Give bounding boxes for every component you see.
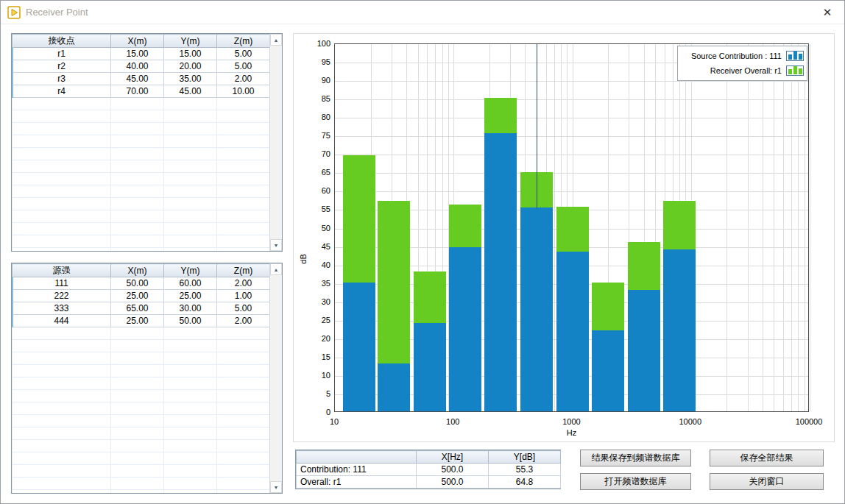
bar-contribution-2000[interactable] xyxy=(592,330,624,411)
gridline xyxy=(554,44,555,411)
plot-legend[interactable]: Source Contribution : 111Receiver Overal… xyxy=(677,46,807,81)
empty-cell xyxy=(13,98,111,110)
empty-cell xyxy=(217,352,270,365)
empty-cell xyxy=(13,465,111,478)
empty-cell xyxy=(13,248,111,252)
table-cell[interactable]: r4 xyxy=(13,85,111,98)
y-tick-label: 15 xyxy=(305,352,330,361)
table-cell[interactable]: 15.00 xyxy=(111,48,164,60)
source-table-scrollbar[interactable]: ▲ ▼ xyxy=(269,263,282,493)
y-tick-label: 70 xyxy=(305,149,330,158)
receiver-table-scrollbar[interactable]: ▲ ▼ xyxy=(269,34,282,251)
empty-cell xyxy=(111,148,164,160)
bar-contribution-500[interactable] xyxy=(520,207,553,411)
table-cell[interactable]: 5.00 xyxy=(217,302,270,315)
close-icon[interactable]: ✕ xyxy=(821,6,834,19)
table-cell[interactable]: 333 xyxy=(13,302,111,315)
empty-table-row xyxy=(13,210,270,223)
table-cell[interactable]: 45.00 xyxy=(111,73,164,85)
table-cell[interactable]: 50.00 xyxy=(164,315,217,327)
bar-contribution-4000[interactable] xyxy=(628,290,660,411)
bar-contribution-8000[interactable] xyxy=(663,249,696,411)
bar-contribution-250[interactable] xyxy=(484,133,517,411)
table-cell[interactable]: 111 xyxy=(13,277,111,290)
table-cell[interactable]: 5.00 xyxy=(217,48,270,60)
plot-style-icon[interactable] xyxy=(786,65,804,76)
save-all-results-button[interactable]: 保存全部结果 xyxy=(710,450,824,466)
empty-cell xyxy=(217,198,270,210)
table-cell[interactable]: 222 xyxy=(13,290,111,302)
table-cell[interactable]: 444 xyxy=(13,315,111,327)
empty-table-row xyxy=(13,148,270,160)
empty-cell xyxy=(111,123,164,135)
legend-item[interactable]: Receiver Overall: r1 xyxy=(681,63,804,78)
table-cell[interactable]: 2.00 xyxy=(217,73,270,85)
table-cell[interactable]: 50.00 xyxy=(111,277,164,290)
table-cell[interactable]: 20.00 xyxy=(164,60,217,73)
bar-contribution-63[interactable] xyxy=(414,323,446,411)
source-selection-strip xyxy=(12,277,13,327)
legend-label: Source Contribution : 111 xyxy=(691,52,782,60)
save-to-spectrum-db-button[interactable]: 结果保存到频谱数据库 xyxy=(580,450,691,466)
scroll-up-icon[interactable]: ▲ xyxy=(270,263,282,275)
empty-cell xyxy=(164,327,217,340)
table-cell[interactable]: 5.00 xyxy=(217,60,270,73)
empty-cell xyxy=(111,377,164,390)
close-window-button[interactable]: 关闭窗口 xyxy=(710,473,824,490)
table-cell[interactable]: 15.00 xyxy=(164,48,217,60)
empty-cell xyxy=(164,490,217,494)
empty-table-row xyxy=(13,490,270,494)
open-spectrum-db-button[interactable]: 打开频谱数据库 xyxy=(580,473,691,490)
spectrum-chart-panel: dB 0510152025303540455055606570758085909… xyxy=(293,33,835,442)
y-tick-label: 25 xyxy=(305,316,330,324)
empty-cell xyxy=(13,427,111,440)
empty-cell xyxy=(111,365,164,377)
table-cell[interactable]: 60.00 xyxy=(164,277,217,290)
table-row: r115.0015.005.00 xyxy=(13,48,270,60)
empty-cell xyxy=(13,235,111,248)
scroll-up-icon[interactable]: ▲ xyxy=(270,34,282,46)
bar-contribution-1000[interactable] xyxy=(556,252,589,411)
table-cell[interactable]: 40.00 xyxy=(111,60,164,73)
empty-table-row xyxy=(13,123,270,135)
bar-contribution-16[interactable] xyxy=(343,283,375,411)
table-cell[interactable]: 25.00 xyxy=(164,290,217,302)
empty-cell xyxy=(111,223,164,235)
table-cell[interactable]: 65.00 xyxy=(111,302,164,315)
empty-cell xyxy=(164,478,217,490)
table-cell[interactable]: 1.00 xyxy=(217,290,270,302)
empty-cell xyxy=(217,490,270,494)
table-cell[interactable]: 2.00 xyxy=(217,277,270,290)
legend-item[interactable]: Source Contribution : 111 xyxy=(681,49,804,63)
cursor-line[interactable] xyxy=(537,44,537,209)
table-cell[interactable]: 35.00 xyxy=(164,73,217,85)
table-cell[interactable]: r1 xyxy=(13,48,111,60)
empty-cell xyxy=(217,123,270,135)
table-cell[interactable]: 25.00 xyxy=(111,290,164,302)
bar-contribution-31.5[interactable] xyxy=(378,363,410,411)
empty-table-row xyxy=(13,98,270,110)
y-tick-label: 20 xyxy=(305,334,330,343)
empty-cell xyxy=(164,123,217,135)
table-cell[interactable]: r3 xyxy=(13,73,111,85)
receiver-table: 接收点X(m)Y(m)Z(m)r115.0015.005.00r240.0020… xyxy=(12,34,269,251)
bar-contribution-125[interactable] xyxy=(449,247,481,411)
gridline xyxy=(798,44,799,411)
plot-area[interactable] xyxy=(334,43,809,412)
table-cell: 500.0 xyxy=(417,476,489,489)
y-tick-label: 50 xyxy=(305,224,330,233)
table-cell[interactable]: 25.00 xyxy=(111,315,164,327)
table-cell[interactable]: r2 xyxy=(13,60,111,73)
table-cell[interactable]: 70.00 xyxy=(111,85,164,98)
empty-cell xyxy=(111,110,164,123)
scroll-down-icon[interactable]: ▼ xyxy=(270,239,282,251)
x-tick-label: 100 xyxy=(431,417,475,426)
table-cell[interactable]: 45.00 xyxy=(164,85,217,98)
plot-style-icon[interactable] xyxy=(786,51,804,61)
table-cell[interactable]: 2.00 xyxy=(217,315,270,327)
empty-cell xyxy=(164,210,217,223)
scroll-down-icon[interactable]: ▼ xyxy=(270,481,282,493)
table-cell[interactable]: 10.00 xyxy=(217,85,270,98)
table-cell[interactable]: 30.00 xyxy=(164,302,217,315)
table-row: 11150.0060.002.00 xyxy=(13,277,270,290)
